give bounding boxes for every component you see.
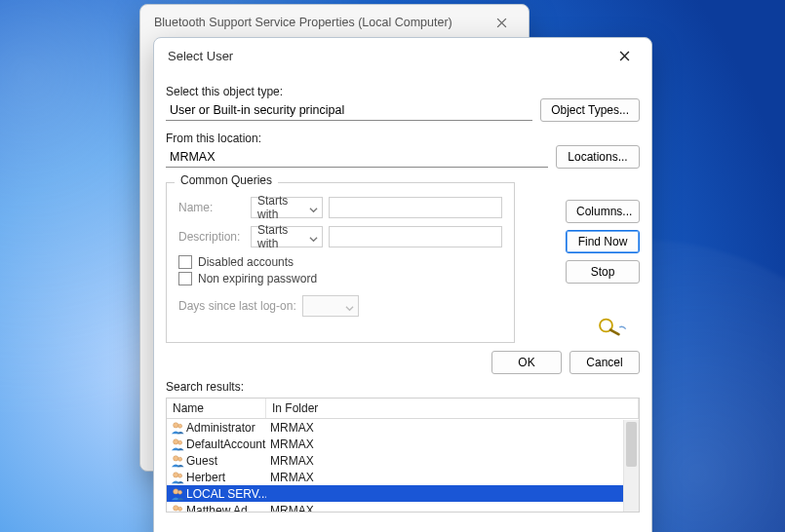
results-header: Name In Folder bbox=[167, 399, 639, 419]
results-scrollbar[interactable] bbox=[623, 420, 639, 512]
user-icon bbox=[171, 471, 184, 484]
cell-folder: MRMAX bbox=[266, 454, 639, 468]
object-types-button[interactable]: Object Types... bbox=[540, 98, 640, 122]
svg-point-11 bbox=[178, 490, 182, 494]
parent-titlebar: Bluetooth Support Service Properties (Lo… bbox=[140, 5, 529, 40]
ok-button[interactable]: OK bbox=[491, 351, 562, 374]
svg-point-3 bbox=[178, 424, 182, 428]
parent-title: Bluetooth Support Service Properties (Lo… bbox=[154, 16, 452, 29]
from-location-label: From this location: bbox=[166, 132, 640, 145]
dialog-title: Select User bbox=[168, 49, 233, 63]
name-mode-value: Starts with bbox=[257, 194, 304, 221]
table-row[interactable]: AdministratorMRMAX bbox=[167, 419, 639, 436]
common-queries-area: Common Queries Name: Starts with Descrip… bbox=[166, 182, 640, 343]
disabled-accounts-check[interactable]: Disabled accounts bbox=[178, 255, 502, 269]
description-query-label: Description: bbox=[178, 230, 245, 244]
cell-folder: MRMAX bbox=[266, 437, 639, 451]
user-icon bbox=[171, 504, 184, 513]
svg-point-4 bbox=[174, 438, 178, 443]
user-icon bbox=[171, 454, 184, 468]
svg-point-12 bbox=[174, 505, 178, 510]
col-name-header[interactable]: Name bbox=[167, 399, 266, 418]
user-icon bbox=[171, 437, 184, 451]
table-row[interactable]: Matthew Ad...MRMAX bbox=[167, 502, 639, 512]
table-row[interactable]: HerbertMRMAX bbox=[167, 469, 639, 485]
name-query-label: Name: bbox=[178, 201, 245, 214]
dialog-body: Select this object type: Object Types...… bbox=[154, 73, 651, 513]
svg-point-13 bbox=[178, 507, 182, 511]
common-queries-group: Common Queries Name: Starts with Descrip… bbox=[166, 182, 515, 343]
cell-folder: MRMAX bbox=[266, 421, 639, 435]
select-user-dialog: Select User Select this object type: Obj… bbox=[153, 37, 652, 532]
locations-button[interactable]: Locations... bbox=[556, 145, 640, 169]
chevron-down-icon bbox=[309, 233, 318, 247]
non-expiring-check[interactable]: Non expiring password bbox=[178, 272, 502, 285]
common-queries-legend: Common Queries bbox=[175, 173, 278, 187]
cell-name: Herbert bbox=[167, 471, 266, 484]
parent-close-button[interactable] bbox=[482, 9, 521, 36]
svg-point-10 bbox=[174, 488, 178, 493]
name-query-row: Name: Starts with bbox=[178, 197, 502, 218]
svg-point-9 bbox=[178, 474, 182, 477]
results-grid: Name In Folder AdministratorMRMAXDefault… bbox=[166, 398, 640, 513]
close-icon bbox=[496, 18, 507, 28]
dialog-close-button[interactable] bbox=[605, 42, 644, 69]
svg-point-6 bbox=[174, 455, 178, 460]
results-body: AdministratorMRMAXDefaultAccountMRMAXGue… bbox=[167, 419, 639, 512]
days-label: Days since last log-on: bbox=[178, 299, 296, 313]
description-mode-value: Starts with bbox=[257, 223, 304, 250]
cell-name: Guest bbox=[167, 454, 266, 468]
description-mode-combo[interactable]: Starts with bbox=[251, 226, 323, 247]
object-type-label: Select this object type: bbox=[166, 85, 640, 98]
dialog-titlebar: Select User bbox=[154, 38, 651, 73]
close-icon bbox=[619, 51, 630, 61]
cell-name: Matthew Ad... bbox=[167, 504, 266, 513]
checkbox-icon bbox=[178, 272, 192, 285]
scrollbar-thumb[interactable] bbox=[626, 422, 637, 467]
svg-point-7 bbox=[178, 457, 182, 461]
description-query-input[interactable] bbox=[329, 226, 502, 247]
days-row: Days since last log-on: bbox=[178, 295, 502, 317]
search-results-label: Search results: bbox=[166, 380, 640, 394]
cell-name: DefaultAccount bbox=[167, 437, 266, 451]
svg-point-8 bbox=[174, 472, 178, 476]
cell-name: Administrator bbox=[167, 421, 266, 435]
from-location-row: Locations... bbox=[166, 145, 640, 169]
svg-point-5 bbox=[178, 440, 182, 444]
ok-cancel-row: OK Cancel bbox=[166, 351, 640, 374]
table-row[interactable]: DefaultAccountMRMAX bbox=[167, 436, 639, 452]
disabled-accounts-label: Disabled accounts bbox=[198, 255, 294, 269]
chevron-down-icon bbox=[309, 204, 318, 217]
name-mode-combo[interactable]: Starts with bbox=[251, 197, 323, 218]
from-location-field[interactable] bbox=[166, 146, 548, 168]
table-row[interactable]: LOCAL SERV... bbox=[167, 485, 639, 502]
user-icon bbox=[171, 421, 184, 435]
non-expiring-label: Non expiring password bbox=[198, 272, 317, 285]
col-folder-header[interactable]: In Folder bbox=[266, 399, 639, 418]
cell-folder: MRMAX bbox=[266, 471, 639, 484]
description-query-row: Description: Starts with bbox=[178, 226, 502, 247]
table-row[interactable]: GuestMRMAX bbox=[167, 452, 639, 469]
user-icon bbox=[171, 487, 184, 501]
days-combo[interactable] bbox=[302, 295, 359, 317]
cell-folder: MRMAX bbox=[266, 504, 639, 513]
chevron-down-icon bbox=[345, 302, 354, 316]
cancel-button[interactable]: Cancel bbox=[569, 351, 640, 374]
name-query-input[interactable] bbox=[329, 197, 502, 218]
cell-name: LOCAL SERV... bbox=[167, 487, 266, 501]
object-type-row: Object Types... bbox=[166, 98, 640, 122]
svg-point-2 bbox=[174, 422, 178, 427]
checkbox-icon bbox=[178, 255, 192, 269]
object-type-field[interactable] bbox=[166, 99, 532, 121]
